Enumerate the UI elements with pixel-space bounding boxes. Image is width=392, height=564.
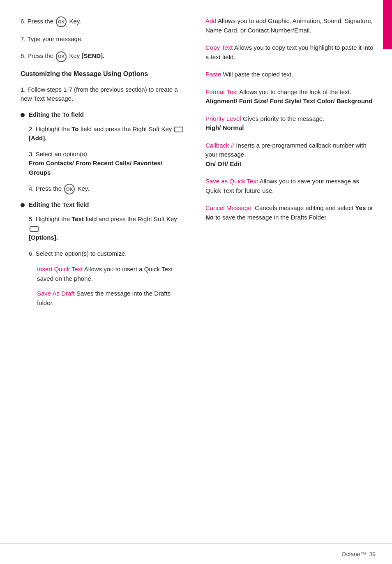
option-add-label: Add <box>205 17 217 24</box>
step8-text-after: Key <box>69 52 80 59</box>
bullet-editing-text: Editing the Text field <box>21 201 185 208</box>
step2-text-before: 2. Highlight the <box>29 125 70 132</box>
step6-text-after: Key. <box>69 18 81 25</box>
option-callback: Callback # Inserts a pre-programmed call… <box>205 141 376 169</box>
step-2: 2. Highlight the To field and press the … <box>29 125 185 143</box>
step5-text-before: 5. Highlight the <box>29 215 70 222</box>
step-1: 1. Follow steps 1-7 (from the previous s… <box>21 85 185 104</box>
option-paste-desc: Will paste the copied text. <box>223 71 293 78</box>
softkey-icon-step5 <box>30 226 39 232</box>
step3-text-before: 3. Select an option(s). <box>29 150 89 157</box>
right-column: Add Allows you to add Graphic, Animation… <box>197 0 392 564</box>
option-priority-sub: High/ Normal <box>205 124 244 131</box>
step-6: 6. Press the OK Key. <box>21 16 185 27</box>
option-format-sub: Alignment/ Font Size/ Font Style/ Text C… <box>205 97 372 104</box>
option-savequick-label: Save as Quick Text <box>205 178 258 185</box>
step-6b: 6. Select the option(s) to customize. <box>29 249 185 259</box>
step4-text-after: Key. <box>77 185 89 192</box>
step3-bold: From Contacts/ From Recent Calls/ Favori… <box>29 159 162 176</box>
bullet-editing-to: Editing the To field <box>21 111 185 118</box>
pink-tab <box>383 0 392 49</box>
step2-text-end: [Add]. <box>29 134 46 141</box>
step1-text: 1. Follow steps 1-7 (from the previous s… <box>21 86 178 102</box>
section-heading: Customizing the Message Using Options <box>21 69 185 79</box>
brand-name: Octane™ <box>342 551 366 557</box>
option-cancel-message: Cancel Message Cancels message editing a… <box>205 203 376 222</box>
option-copy-label: Copy Text <box>205 44 233 51</box>
option-insert-label: Insert Quick Text <box>37 266 83 273</box>
ok-icon-step6: OK <box>56 16 67 27</box>
option-callback-sub: On/ Off/ Edit <box>205 160 242 167</box>
step7-text: 7. Type your message. <box>21 35 83 42</box>
option-paste-label: Paste <box>205 71 221 78</box>
step-7: 7. Type your message. <box>21 35 185 44</box>
option-cancel-text-end: to save the message in the Drafts Folder… <box>215 214 327 221</box>
step5-text-middle: field and press the Right Soft Key <box>85 215 177 222</box>
option-format-desc: Allows you to change the look of the tex… <box>239 88 351 95</box>
step6b-text: 6. Select the option(s) to customize. <box>29 250 127 257</box>
bottom-bar: Octane™ 39 <box>0 543 392 564</box>
bullet-dot-2 <box>21 203 25 207</box>
option-cancel-label: Cancel Message <box>205 204 251 211</box>
ok-icon-step4: OK <box>64 184 75 194</box>
step8-bold: [SEND]. <box>81 52 104 59</box>
page-number: 39 <box>369 551 376 557</box>
step5-text-end: [Options]. <box>29 234 58 241</box>
option-cancel-yes: Yes <box>355 204 366 211</box>
option-cancel-no: No <box>205 214 214 221</box>
footer-text: Octane™ 39 <box>342 551 376 557</box>
step2-text-after: field and press the Right Soft Key <box>81 125 172 132</box>
option-priority-desc: Gives priority to the message. <box>243 115 324 122</box>
step2-bold: To <box>71 125 78 132</box>
bullet1-label: Editing the To field <box>29 111 84 118</box>
option-priority-label: Priority Level <box>205 115 241 122</box>
step5-bold1: Text <box>71 215 84 222</box>
page: 6. Press the OK Key. 7. Type your messag… <box>0 0 392 564</box>
option-paste: Paste Will paste the copied text. <box>205 70 376 79</box>
step-4: 4. Press the OK Key. <box>29 184 185 194</box>
step-8: 8. Press the OK Key [SEND]. <box>21 51 185 62</box>
step4-text-before: 4. Press the <box>29 185 62 192</box>
option-callback-label: Callback # <box>205 142 234 149</box>
option-save-quick-text: Save as Quick Text Allows you to save yo… <box>205 177 376 195</box>
softkey-icon-step2 <box>174 127 183 132</box>
option-draft-label: Save As Draft <box>37 290 75 297</box>
step-5: 5. Highlight the Text field and press th… <box>29 215 185 243</box>
option-copy-text: Copy Text Allows you to copy text you hi… <box>205 43 376 62</box>
option-add-desc: Allows you to add Graphic, Animation, So… <box>205 17 373 34</box>
option-save-as-draft: Save As Draft Saves the message into the… <box>37 289 185 307</box>
left-column: 6. Press the OK Key. 7. Type your messag… <box>0 0 197 564</box>
ok-icon-step8: OK <box>56 51 67 62</box>
option-cancel-or: or <box>367 204 373 211</box>
option-format-text: Format Text Allows you to change the loo… <box>205 88 376 106</box>
step8-text-before: 8. Press the <box>21 52 53 59</box>
step-3: 3. Select an option(s). From Contacts/ F… <box>29 150 185 178</box>
bullet2-label: Editing the Text field <box>29 201 89 208</box>
option-add: Add Allows you to add Graphic, Animation… <box>205 16 376 35</box>
step6-text-before: 6. Press the <box>21 18 53 25</box>
option-format-label: Format Text <box>205 88 238 95</box>
option-insert-quick-text: Insert Quick Text Allows you to insert a… <box>37 265 185 283</box>
option-priority-level: Priority Level Gives priority to the mes… <box>205 114 376 133</box>
bullet-dot-1 <box>21 113 25 117</box>
